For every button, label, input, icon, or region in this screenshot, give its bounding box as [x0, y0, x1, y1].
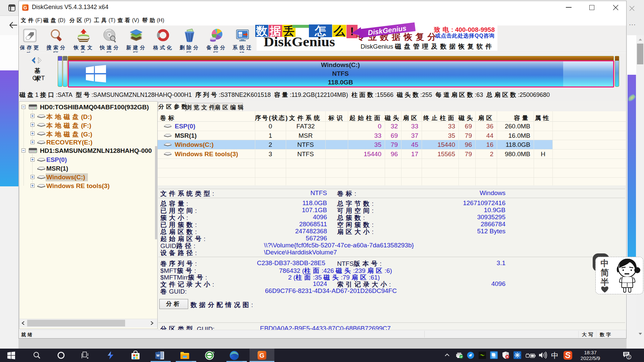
svg-text:intel: intel	[492, 356, 495, 358]
svg-text:2: 2	[628, 355, 630, 359]
